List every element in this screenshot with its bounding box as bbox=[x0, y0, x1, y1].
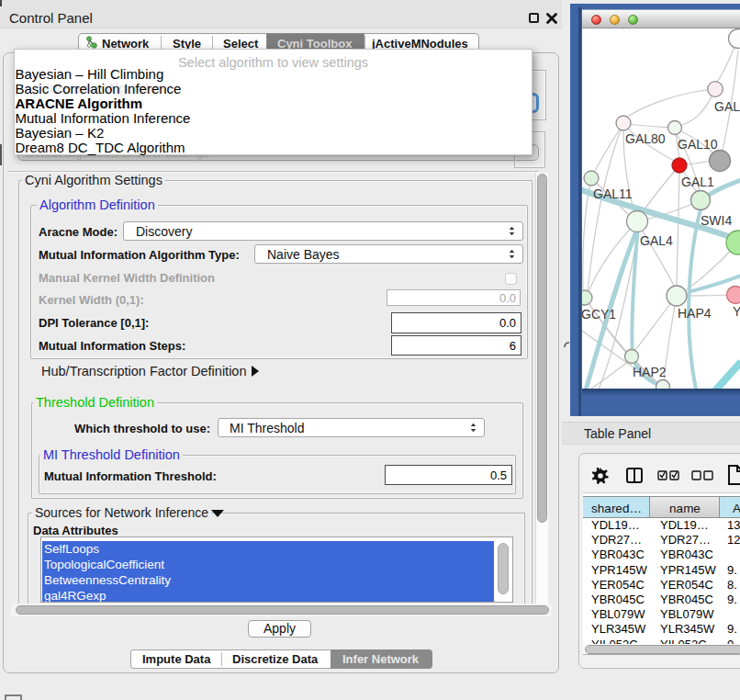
svg-text:HAP4: HAP4 bbox=[678, 306, 712, 321]
svg-text:SWI4: SWI4 bbox=[701, 213, 732, 228]
svg-text:YMR0: YMR0 bbox=[733, 304, 740, 319]
svg-text:GAL80: GAL80 bbox=[625, 131, 666, 146]
svg-text:GCY1: GCY1 bbox=[582, 307, 616, 322]
svg-text:GAL7: GAL7 bbox=[714, 99, 740, 114]
svg-text:GAL10: GAL10 bbox=[678, 137, 718, 152]
svg-text:GAL4: GAL4 bbox=[640, 233, 673, 248]
svg-text:HAP2: HAP2 bbox=[633, 365, 667, 379]
svg-text:GAL11: GAL11 bbox=[593, 186, 633, 201]
svg-text:GAL1: GAL1 bbox=[681, 175, 714, 189]
